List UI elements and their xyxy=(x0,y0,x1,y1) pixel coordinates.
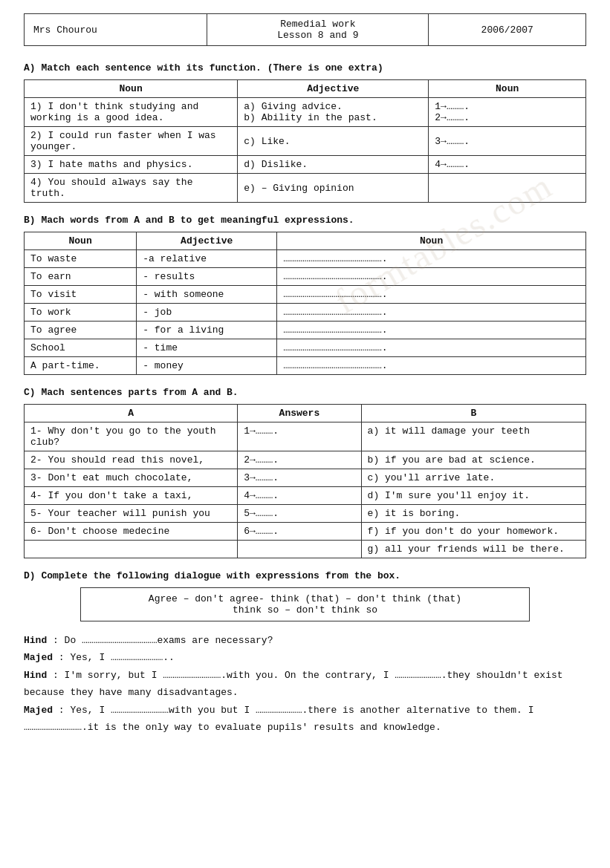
b-adj-0: -a relative xyxy=(137,250,277,268)
dialogue: Hind : Do …………………………………exams are necessa… xyxy=(24,632,586,736)
dialogue-line-3: Majed : Yes, I …………………………with you but I … xyxy=(24,702,586,737)
function-d: d) Dislike. xyxy=(238,156,429,174)
section-a-title: A) Match each sentence with its function… xyxy=(24,62,586,74)
col-c-b: B xyxy=(361,405,585,422)
c-answer-2: 3→………. xyxy=(238,469,361,487)
section-b-table: Noun Adjective Noun To waste -a relative… xyxy=(24,232,586,375)
speaker-3: Majed xyxy=(24,705,53,716)
b-adj-5: - time xyxy=(137,339,277,357)
dialogue-text-1: : Yes, I ……………………….. xyxy=(53,652,175,663)
c-part-a-6 xyxy=(25,541,238,558)
col-b-adj: Adjective xyxy=(137,232,277,250)
b-answer-2: ……………………………………………. xyxy=(277,286,586,304)
speaker-2: Hind xyxy=(24,670,47,681)
table-row: 3) I hate maths and physics. d) Dislike.… xyxy=(25,156,586,174)
dialogue-line-0: Hind : Do …………………………………exams are necessa… xyxy=(24,632,586,649)
table-row: 5- Your teacher will punish you 5→………. e… xyxy=(25,505,586,523)
c-answer-3: 4→………. xyxy=(238,487,361,505)
table-row: To agree - for a living …………………………………………… xyxy=(25,322,586,339)
lesson-title: Remedial work Lesson 8 and 9 xyxy=(207,14,429,46)
table-row: To waste -a relative ……………………………………………. xyxy=(25,250,586,268)
dialogue-text-0: : Do …………………………………exams are necessary? xyxy=(47,635,273,646)
col-c-a: A xyxy=(25,405,238,422)
c-answer-6 xyxy=(238,541,361,558)
sentence-1: 1) I don't think studying and working is… xyxy=(25,98,238,127)
dialogue-line-1: Majed : Yes, I ……………………….. xyxy=(24,649,586,666)
sentence-2: 2) I could run faster when I was younger… xyxy=(25,127,238,156)
c-part-b-6: g) all your friends will be there. xyxy=(361,541,585,558)
table-row: 6- Don't choose medecine 6→………. f) if yo… xyxy=(25,523,586,541)
b-adj-1: - results xyxy=(137,268,277,286)
c-answer-0: 1→………. xyxy=(238,422,361,451)
c-answer-4: 5→………. xyxy=(238,505,361,523)
section-c-title: C) Mach sentences parts from A and B. xyxy=(24,387,586,398)
b-noun-4: To agree xyxy=(25,322,137,339)
b-noun-2: To visit xyxy=(25,286,137,304)
table-row: 3- Don't eat much chocolate, 3→………. c) y… xyxy=(25,469,586,487)
table-row: To earn - results ……………………………………………. xyxy=(25,268,586,286)
c-part-a-4: 5- Your teacher will punish you xyxy=(25,505,238,523)
c-part-b-5: f) if you don't do your homework. xyxy=(361,523,585,541)
b-noun-0: To waste xyxy=(25,250,137,268)
c-part-a-2: 3- Don't eat much chocolate, xyxy=(25,469,238,487)
header-table: Mrs Chourou Remedial work Lesson 8 and 9… xyxy=(24,13,586,46)
dialogue-text-2: : I'm sorry, but I ………………………….with you. … xyxy=(24,670,563,698)
table-row: To visit - with someone …………………………………………… xyxy=(25,286,586,304)
c-part-a-0: 1- Why don't you go to the youth club? xyxy=(25,422,238,451)
col-noun-2: Noun xyxy=(429,80,586,98)
table-row: 4- If you don't take a taxi, 4→………. d) I… xyxy=(25,487,586,505)
answer-empty xyxy=(429,174,586,203)
answer-1: 1→………. 2→………. xyxy=(429,98,586,127)
c-part-b-4: e) it is boring. xyxy=(361,505,585,523)
answer-3: 3→………. xyxy=(429,127,586,156)
c-part-b-0: a) it will damage your teeth xyxy=(361,422,585,451)
col-adj-1: Adjective xyxy=(238,80,429,98)
table-row: 2) I could run faster when I was younger… xyxy=(25,127,586,156)
c-part-b-1: b) if you are bad at science. xyxy=(361,451,585,469)
b-adj-6: - money xyxy=(137,357,277,375)
dialogue-line-2: Hind : I'm sorry, but I ………………………….with … xyxy=(24,667,586,702)
section-b-title: B) Mach words from A and B to get meanin… xyxy=(24,215,586,226)
b-answer-6: ……………………………………………. xyxy=(277,357,586,375)
school-year: 2006/2007 xyxy=(429,14,586,46)
b-noun-5: School xyxy=(25,339,137,357)
sentence-3: 3) I hate maths and physics. xyxy=(25,156,238,174)
section-d-title: D) Complete the following dialogue with … xyxy=(24,570,586,581)
table-row: 4) You should always say the truth. e) –… xyxy=(25,174,586,203)
b-adj-2: - with someone xyxy=(137,286,277,304)
table-row: To work - job ……………………………………………. xyxy=(25,304,586,322)
b-noun-1: To earn xyxy=(25,268,137,286)
table-row: School - time ……………………………………………. xyxy=(25,339,586,357)
b-answer-3: ……………………………………………. xyxy=(277,304,586,322)
b-adj-3: - job xyxy=(137,304,277,322)
c-part-b-3: d) I'm sure you'll enjoy it. xyxy=(361,487,585,505)
dialogue-text-3: : Yes, I …………………………with you but I ………………… xyxy=(24,705,534,733)
col-b-noun: Noun xyxy=(25,232,137,250)
col-b-noun2: Noun xyxy=(277,232,586,250)
b-answer-5: ……………………………………………. xyxy=(277,339,586,357)
answer-4: 4→………. xyxy=(429,156,586,174)
b-answer-0: ……………………………………………. xyxy=(277,250,586,268)
section-c-table: A Answers B 1- Why don't you go to the y… xyxy=(24,404,586,558)
table-row: 1- Why don't you go to the youth club? 1… xyxy=(25,422,586,451)
table-row: 2- You should read this novel, 2→………. b)… xyxy=(25,451,586,469)
c-part-a-3: 4- If you don't take a taxi, xyxy=(25,487,238,505)
b-answer-1: ……………………………………………. xyxy=(277,268,586,286)
col-noun-1: Noun xyxy=(25,80,238,98)
function-c: c) Like. xyxy=(238,127,429,156)
function-a: a) Giving advice. b) Ability in the past… xyxy=(238,98,429,127)
teacher-name: Mrs Chourou xyxy=(25,14,207,46)
table-row: 1) I don't think studying and working is… xyxy=(25,98,586,127)
table-row: A part-time. - money ……………………………………………. xyxy=(25,357,586,375)
c-answer-5: 6→………. xyxy=(238,523,361,541)
sentence-4: 4) You should always say the truth. xyxy=(25,174,238,203)
c-part-b-2: c) you'll arrive late. xyxy=(361,469,585,487)
c-part-a-1: 2- You should read this novel, xyxy=(25,451,238,469)
b-answer-4: ……………………………………………. xyxy=(277,322,586,339)
function-e: e) – Giving opinion xyxy=(238,174,429,203)
col-c-answers: Answers xyxy=(238,405,361,422)
c-part-a-5: 6- Don't choose medecine xyxy=(25,523,238,541)
speaker-0: Hind xyxy=(24,635,47,646)
section-a-table: Noun Adjective Noun 1) I don't think stu… xyxy=(24,79,586,203)
expression-box: Agree – don't agree- think (that) – don'… xyxy=(80,587,530,621)
